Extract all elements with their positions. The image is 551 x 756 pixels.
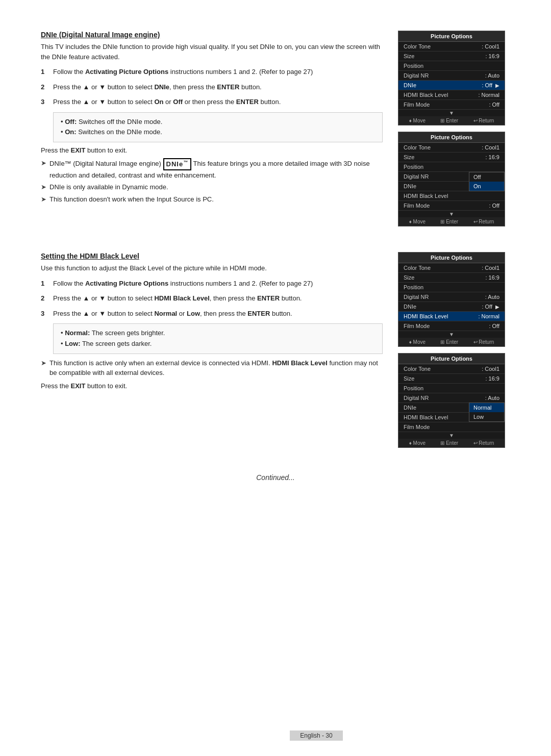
hdmi-osd-panel-2-title: Picture Options [398,354,505,364]
dnle-osd-panel-1-title: Picture Options [398,31,505,42]
osd-row-dnle-2: DNIe Off On [398,182,505,191]
dnle-exit-text: Press the EXIT button to exit. [41,146,383,154]
osd-footer-1: ♦ Move ⊞ Enter ↩ Return [398,116,505,125]
osd-row-colortone-3: Color Tone : Cool1 [398,263,505,273]
osd-row-filmmode-1: Film Mode : Off [398,100,505,110]
osd-row-dnle-1: DNIe : Off ▶ [398,81,505,90]
hdmi-step-1-text: Follow the Activating Picture Options in… [53,279,383,289]
dnle-bullet-off: • Off: Switches off the DNIe mode. [61,117,375,128]
dnle-step-1: 1 Follow the Activating Picture Options … [41,67,383,77]
dnle-note-3-text: This function doesn't work when the Inpu… [49,194,214,205]
dnle-osd-panel-1: Picture Options Color Tone : Cool1 Size … [398,31,505,125]
osd-submenu-block: Digital NR DNIe Off On HDMI Black Level [398,172,505,201]
dnle-osd-panels: Picture Options Color Tone : Cool1 Size … [398,31,510,226]
dnle-osd-panel-2: Picture Options Color Tone : Cool1 Size … [398,132,505,226]
dnle-step-3-text: Press the ▲ or ▼ button to select On or … [53,97,383,107]
hdmi-step-3: 3 Press the ▲ or ▼ button to select Norm… [41,309,383,319]
hdmi-osd-panel-2: Picture Options Color Tone : Cool1 Size … [398,353,505,448]
hdmi-osd-panel-1: Picture Options Color Tone : Cool1 Size … [398,252,505,347]
dnle-bullet-on: • On: Switches on the DNIe mode. [61,127,375,138]
osd-row-hdmiblack-4: HDMI Black Level Normal Low [398,413,505,422]
osd-row-position-4: Position [398,384,505,393]
hdmi-submenu-low: Low [469,412,504,421]
osd-row-filmmode-4: Film Mode [398,422,505,432]
osd-row-colortone-1: Color Tone : Cool1 [398,42,505,52]
footer-box: English - 30 [290,730,342,741]
note-arrow-3: ➤ [41,194,46,205]
osd-row-size-1: Size : 16:9 [398,52,505,61]
submenu-off: Off [469,172,504,182]
osd-scroll-3: ▼ [398,331,505,338]
hdmi-bullet-low: • Low: The screen gets darker. [61,339,375,349]
osd-scroll-2: ▼ [398,211,505,217]
osd-row-hdmiblack-3: HDMI Black Level : Normal [398,312,505,321]
osd-row-filmmode-2: Film Mode : Off [398,201,505,211]
dnle-notes: ➤ DNIe™ (Digital Natural Image engine) D… [41,158,383,204]
hdmi-heading: Setting the HDMI Black Level [41,252,383,260]
footer-wrap: English - 30 [41,730,551,741]
dnle-note-2-text: DNIe is only available in Dynamic mode. [49,182,168,192]
osd-row-position-3: Position [398,283,505,292]
hdmi-note-arrow-1: ➤ [41,358,46,378]
hdmi-step-3-num: 3 [41,309,49,319]
osd-row-size-2: Size : 16:9 [398,153,505,162]
osd-scroll-4: ▼ [398,432,505,439]
dnle-section: DNIe (Digital Natural Image engine) This… [41,31,510,226]
osd-row-size-4: Size : 16:9 [398,374,505,384]
osd-row-size-3: Size : 16:9 [398,273,505,283]
osd-row-digitalnr-1: Digital NR : Auto [398,71,505,81]
osd-row-digitalnr-4: Digital NR : Auto [398,393,505,403]
osd-row-hdmiblack-1: HDMI Black Level : Normal [398,90,505,100]
hdmi-step-1-num: 1 [41,279,49,289]
dnle-step-2: 2 Press the ▲ or ▼ button to select DNIe… [41,82,383,92]
osd-row-colortone-2: Color Tone : Cool1 [398,143,505,153]
hdmi-osd-panels: Picture Options Color Tone : Cool1 Size … [398,252,510,448]
hdmi-exit-text: Press the EXIT button to exit. [41,382,383,390]
osd-footer-3: ♦ Move ⊞ Enter ↩ Return [398,338,505,346]
dnle-section-left: DNIe (Digital Natural Image engine) This… [41,31,383,226]
note-arrow-2: ➤ [41,182,46,192]
hdmi-intro: Use this function to adjust the Black Le… [41,263,383,273]
dnle-step-3: 3 Press the ▲ or ▼ button to select On o… [41,97,383,107]
hdmi-bullet-normal: • Normal: The screen gets brighter. [61,328,375,339]
hdmi-note-1-text: This function is active only when an ext… [49,358,383,378]
osd-row-position-1: Position [398,61,505,71]
dnle-osd-panel-2-title: Picture Options [398,132,505,143]
dnle-note-1-text: DNIe™ (Digital Natural Image engine) DNI… [49,158,383,180]
dnle-note-2: ➤ DNIe is only available in Dynamic mode… [41,182,383,192]
dnle-step-2-text: Press the ▲ or ▼ button to select DNIe, … [53,82,383,92]
dnle-bullet-box: • Off: Switches off the DNIe mode. • On:… [53,112,383,143]
submenu-on-selected: On [469,182,504,191]
note-arrow-1: ➤ [41,158,46,180]
osd-row-colortone-4: Color Tone : Cool1 [398,364,505,374]
dnle-note-1: ➤ DNIe™ (Digital Natural Image engine) D… [41,158,383,180]
dnle-step-1-text: Follow the Activating Picture Options in… [53,67,383,77]
dnle-step-1-num: 1 [41,67,49,77]
dnle-heading: DNIe (Digital Natural Image engine) [41,31,383,39]
dnle-logo: DNIe™ [163,158,192,170]
hdmi-step-2: 2 Press the ▲ or ▼ button to select HDMI… [41,293,383,304]
hdmi-notes: ➤ This function is active only when an e… [41,358,383,378]
page: DNIe (Digital Natural Image engine) This… [0,0,551,756]
hdmi-note-1: ➤ This function is active only when an e… [41,358,383,378]
hdmi-bullet-box: • Normal: The screen gets brighter. • Lo… [53,323,383,354]
hdmi-osd-panel-1-title: Picture Options [398,253,505,263]
osd-row-filmmode-3: Film Mode : Off [398,321,505,331]
osd-row-position-2: Position [398,162,505,172]
hdmi-submenu-normal-selected: Normal [469,403,504,412]
osd-footer-2: ♦ Move ⊞ Enter ↩ Return [398,217,505,226]
hdmi-step-1: 1 Follow the Activating Picture Options … [41,279,383,289]
hdmi-step-2-num: 2 [41,293,49,304]
hdmi-step-2-text: Press the ▲ or ▼ button to select HDMI B… [53,293,383,304]
osd-row-digitalnr-3: Digital NR : Auto [398,292,505,302]
dnle-step-3-num: 3 [41,97,49,107]
hdmi-section: Setting the HDMI Black Level Use this fu… [41,252,510,448]
hdmi-osd-submenu-block: Digital NR : Auto DNIe HDMI Black Level … [398,393,505,422]
continued-text: Continued... [41,473,510,482]
osd-footer-4: ♦ Move ⊞ Enter ↩ Return [398,439,505,447]
osd-row-hdmiblack-2: HDMI Black Level [398,191,505,201]
hdmi-step-3-text: Press the ▲ or ▼ button to select Normal… [53,309,383,319]
dnle-note-3: ➤ This function doesn't work when the In… [41,194,383,205]
hdmi-section-left: Setting the HDMI Black Level Use this fu… [41,252,383,448]
dnle-step-2-num: 2 [41,82,49,92]
